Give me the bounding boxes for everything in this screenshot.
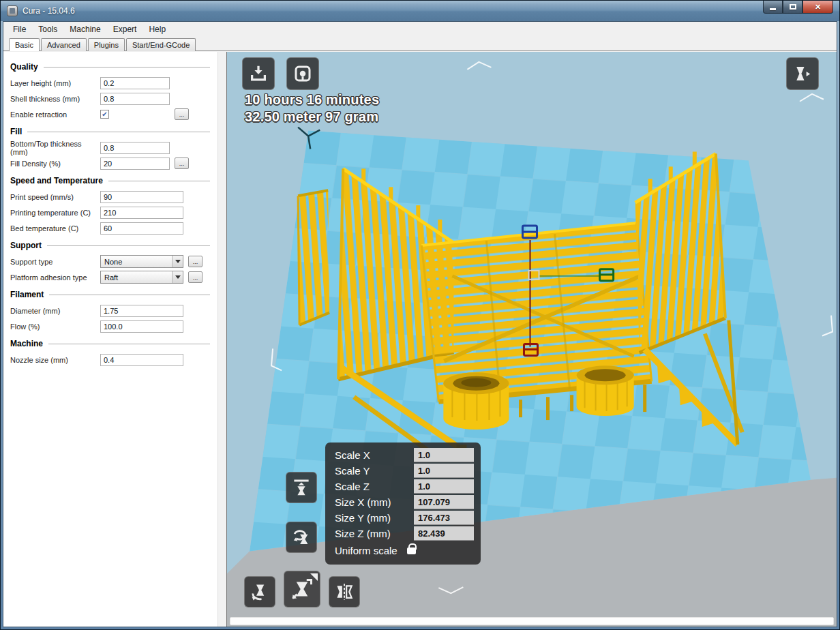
section-title-rule <box>27 132 210 132</box>
setting-control: None <box>100 255 183 268</box>
setting-select-platform-adhesion-type[interactable]: Raft <box>100 271 183 284</box>
scale-to-max-icon <box>291 477 312 498</box>
more-settings-button[interactable]: ... <box>188 271 202 283</box>
active-tool-marker <box>310 573 318 581</box>
setting-checkbox-enable-retraction[interactable]: ✔ <box>100 110 109 119</box>
setting-row-shell-thickness-mm: Shell thickness (mm) <box>10 91 214 106</box>
tab-start-end-gcode[interactable]: Start/End-GCode <box>126 38 196 51</box>
chevron-down-icon <box>172 271 183 283</box>
reset-scale-button[interactable] <box>286 522 317 553</box>
tab-plugins[interactable]: Plugins <box>88 38 125 51</box>
setting-control <box>100 354 183 366</box>
menu-item-tools[interactable]: Tools <box>32 23 63 35</box>
scale-row-label: Size X (mm) <box>335 496 414 508</box>
save-toolpath-icon <box>292 63 313 84</box>
scale-side-toolbar <box>286 472 317 553</box>
setting-label: Support type <box>10 258 100 266</box>
section-title-rule <box>49 295 210 295</box>
setting-input-flow[interactable] <box>100 320 183 333</box>
minimize-button[interactable] <box>763 1 783 14</box>
scale-row-value-scale-z[interactable] <box>414 479 474 494</box>
scale-row-scale-x: Scale X <box>335 447 474 463</box>
menu-item-machine[interactable]: Machine <box>63 23 106 35</box>
viewport-top-left-toolbar <box>242 57 319 90</box>
scale-tool-button[interactable] <box>284 571 320 608</box>
rotate-tool-button[interactable] <box>244 576 275 608</box>
scale-row-value-size-x-mm[interactable] <box>414 495 474 509</box>
setting-control <box>100 77 170 89</box>
scale-row-value-scale-y[interactable] <box>414 464 474 478</box>
scale-row-size-z-mm: Size Z (mm) <box>335 526 474 541</box>
setting-input-printing-temperature-c[interactable] <box>100 207 183 219</box>
viewport-top-right-toolbar <box>786 57 819 90</box>
view-mode-button[interactable] <box>786 57 819 90</box>
section-title-text: Machine <box>10 339 43 348</box>
section-title-rule <box>48 344 210 344</box>
setting-input-bed-temperature-c[interactable] <box>100 222 183 235</box>
setting-label: Diameter (mm) <box>10 307 100 315</box>
title-bar: Cura - 15.04.6 <box>1 1 839 21</box>
menu-item-file[interactable]: File <box>7 23 32 35</box>
section-title: Machine <box>10 339 214 348</box>
setting-label: Flow (%) <box>10 322 100 331</box>
window-title: Cura - 15.04.6 <box>22 6 75 16</box>
print-material: 32.50 meter 97 gram <box>245 108 379 125</box>
setting-input-layer-height-mm[interactable] <box>100 77 170 89</box>
scale-row-size-x-mm: Size X (mm) <box>335 494 474 510</box>
section-title: Fill <box>10 127 214 136</box>
setting-control <box>100 191 183 203</box>
section-support: SupportSupport typeNone...Platform adhes… <box>10 241 214 285</box>
setting-input-nozzle-size-mm[interactable] <box>100 354 183 366</box>
scale-row-value-scale-x[interactable] <box>414 448 474 462</box>
more-settings-button[interactable]: ... <box>175 108 189 120</box>
lock-icon[interactable] <box>407 548 416 554</box>
setting-label: Layer height (mm) <box>10 79 100 87</box>
scale-row-scale-y: Scale Y <box>335 463 474 479</box>
viewport-bottom-bar <box>230 617 834 625</box>
chevron-down-icon <box>172 256 183 267</box>
client-area: FileToolsMachineExpertHelp BasicAdvanced… <box>3 21 837 627</box>
setting-label: Fill Density (%) <box>10 160 100 168</box>
setting-input-shell-thickness-mm[interactable] <box>100 93 170 105</box>
section-title-text: Fill <box>10 127 22 136</box>
menu-item-help[interactable]: Help <box>142 23 172 35</box>
section-machine: MachineNozzle size (mm) <box>10 339 214 368</box>
setting-input-bottom-top-thickness-mm[interactable] <box>100 142 170 154</box>
setting-row-printing-temperature-c: Printing temperature (C) <box>10 205 214 220</box>
setting-row-enable-retraction: Enable retraction✔... <box>10 106 214 122</box>
maximize-button[interactable] <box>783 1 802 14</box>
setting-input-print-speed-mm-s[interactable] <box>100 191 183 203</box>
minimize-icon <box>770 8 776 10</box>
more-settings-button[interactable]: ... <box>175 158 189 169</box>
viewport-3d-scene <box>227 52 837 627</box>
scale-row-label: Scale X <box>335 449 414 461</box>
setting-input-diameter-mm[interactable] <box>100 305 183 317</box>
settings-scrollbar[interactable] <box>217 52 226 627</box>
load-model-button[interactable] <box>242 57 275 90</box>
mirror-tool-button[interactable] <box>329 576 360 608</box>
setting-row-print-speed-mm-s: Print speed (mm/s) <box>10 189 214 205</box>
select-value: Raft <box>104 273 118 282</box>
section-fill: FillBottom/Top thickness (mm)Fill Densit… <box>10 127 214 171</box>
viewport-3d[interactable]: 10 hours 16 minutes 32.50 meter 97 gram <box>227 52 837 627</box>
uniform-scale-row: Uniform scale <box>335 541 474 560</box>
mirror-tool-icon <box>334 582 355 602</box>
setting-row-diameter-mm: Diameter (mm) <box>10 303 214 318</box>
scale-row-value-size-z-mm[interactable] <box>414 526 474 541</box>
scale-row-label: Scale Z <box>335 481 414 492</box>
menu-item-expert[interactable]: Expert <box>107 23 143 35</box>
setting-select-support-type[interactable]: None <box>100 255 183 268</box>
main-content: QualityLayer height (mm)Shell thickness … <box>3 52 837 627</box>
save-toolpath-button[interactable] <box>286 57 319 90</box>
barrel-1 <box>443 372 509 430</box>
setting-label: Nozzle size (mm) <box>10 356 100 364</box>
setting-label: Print speed (mm/s) <box>10 193 100 201</box>
scale-to-max-button[interactable] <box>286 472 317 503</box>
tab-advanced[interactable]: Advanced <box>41 38 87 51</box>
close-button[interactable]: ✕ <box>802 1 833 14</box>
rotate-tool-icon <box>250 582 270 602</box>
tab-basic[interactable]: Basic <box>9 38 40 51</box>
more-settings-button[interactable]: ... <box>188 256 202 267</box>
setting-input-fill-density[interactable] <box>100 158 170 170</box>
scale-row-value-size-y-mm[interactable] <box>414 511 474 525</box>
